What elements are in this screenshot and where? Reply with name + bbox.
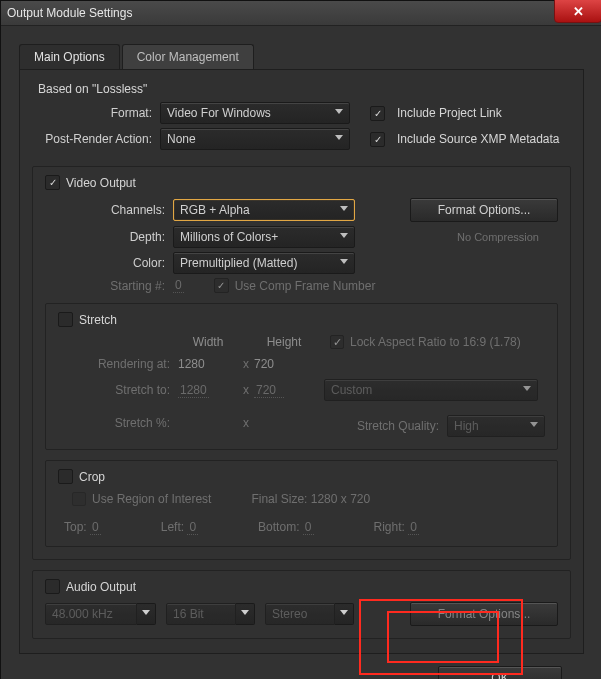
svg-marker-2 bbox=[340, 206, 348, 211]
use-comp-frame-checkbox: ✓ bbox=[214, 278, 229, 293]
channels-value: RGB + Alpha bbox=[180, 200, 250, 220]
starting-number-value[interactable]: 0 bbox=[173, 278, 184, 293]
use-comp-frame-label: Use Comp Frame Number bbox=[235, 279, 376, 293]
chevron-down-icon bbox=[340, 233, 348, 241]
audio-output-checkbox[interactable] bbox=[45, 579, 60, 594]
audio-format-options-button: Format Options... bbox=[410, 602, 558, 626]
stretch-width-header: Width bbox=[178, 335, 238, 349]
window-title: Output Module Settings bbox=[7, 6, 596, 20]
svg-marker-7 bbox=[142, 610, 150, 615]
crop-bottom-label: Bottom: bbox=[258, 520, 299, 534]
post-render-action-label: Post-Render Action: bbox=[32, 132, 160, 146]
stretch-legend: Stretch bbox=[79, 313, 117, 327]
stretch-to-height[interactable]: 720 bbox=[254, 383, 284, 398]
stretch-quality-label: Stretch Quality: bbox=[357, 419, 439, 433]
format-options-button[interactable]: Format Options... bbox=[410, 198, 558, 222]
color-value: Premultiplied (Matted) bbox=[180, 253, 297, 273]
starting-number-label: Starting #: bbox=[45, 279, 173, 293]
final-size-label: Final Size: 1280 x 720 bbox=[251, 492, 370, 506]
post-render-action-value: None bbox=[167, 129, 196, 149]
format-select[interactable]: Video For Windows bbox=[160, 102, 350, 124]
stretch-preset-value: Custom bbox=[331, 380, 372, 400]
stretch-quality-value: High bbox=[454, 416, 479, 436]
crop-top-label: Top: bbox=[64, 520, 87, 534]
channels-label: Channels: bbox=[45, 203, 173, 217]
chevron-down-icon bbox=[523, 386, 531, 394]
use-roi-label: Use Region of Interest bbox=[92, 492, 211, 506]
crop-section: Crop Use Region of Interest Final Size: … bbox=[45, 460, 558, 547]
crop-checkbox[interactable] bbox=[58, 469, 73, 484]
ok-button[interactable]: OK bbox=[438, 666, 562, 679]
output-module-settings-window: Output Module Settings ✕ Main Options Co… bbox=[0, 0, 601, 679]
close-button[interactable]: ✕ bbox=[554, 0, 601, 23]
include-project-link-checkbox[interactable]: ✓ bbox=[370, 106, 385, 121]
use-roi-checkbox bbox=[72, 492, 86, 506]
audio-rate-select: 48.000 kHz bbox=[45, 603, 156, 625]
post-render-action-select[interactable]: None bbox=[160, 128, 350, 150]
titlebar[interactable]: Output Module Settings ✕ bbox=[1, 1, 601, 26]
based-on-label: Based on "Lossless" bbox=[38, 82, 571, 96]
crop-top-value[interactable]: 0 bbox=[90, 520, 101, 535]
compression-info: No Compression bbox=[438, 231, 558, 243]
stretch-checkbox[interactable] bbox=[58, 312, 73, 327]
tab-color-management[interactable]: Color Management bbox=[122, 44, 254, 69]
svg-marker-0 bbox=[335, 109, 343, 114]
svg-marker-6 bbox=[530, 422, 538, 427]
stretch-to-label: Stretch to: bbox=[58, 383, 178, 397]
stretch-pct-label: Stretch %: bbox=[58, 416, 178, 430]
crop-right-label: Right: bbox=[374, 520, 405, 534]
svg-marker-3 bbox=[340, 233, 348, 238]
include-xmp-checkbox[interactable]: ✓ bbox=[370, 132, 385, 147]
color-select[interactable]: Premultiplied (Matted) bbox=[173, 252, 355, 274]
channels-select[interactable]: RGB + Alpha bbox=[173, 199, 355, 221]
audio-bits-select: 16 Bit bbox=[166, 603, 255, 625]
video-output-checkbox[interactable]: ✓ bbox=[45, 175, 60, 190]
chevron-down-icon bbox=[335, 109, 343, 117]
tab-panel-main: Based on "Lossless" Format: Video For Wi… bbox=[19, 70, 584, 654]
svg-marker-8 bbox=[241, 610, 249, 615]
chevron-down-icon bbox=[335, 135, 343, 143]
depth-label: Depth: bbox=[45, 230, 173, 244]
rendering-at-label: Rendering at: bbox=[58, 357, 178, 371]
audio-output-legend: Audio Output bbox=[66, 580, 136, 594]
chevron-down-icon bbox=[340, 610, 348, 618]
video-output-legend: Video Output bbox=[66, 176, 136, 190]
stretch-quality-select: High bbox=[447, 415, 545, 437]
rendering-height: 720 bbox=[254, 357, 314, 371]
chevron-down-icon bbox=[340, 259, 348, 267]
stretch-section: Stretch Width Height ✓ Lock Aspect Ratio… bbox=[45, 303, 558, 450]
include-project-link-label: Include Project Link bbox=[397, 106, 502, 120]
depth-select[interactable]: Millions of Colors+ bbox=[173, 226, 355, 248]
lock-aspect-checkbox: ✓ bbox=[330, 335, 344, 349]
tab-bar: Main Options Color Management bbox=[19, 44, 584, 70]
stretch-preset-select: Custom bbox=[324, 379, 538, 401]
tab-main-options[interactable]: Main Options bbox=[19, 44, 120, 69]
chevron-down-icon bbox=[340, 206, 348, 214]
audio-output-section: Audio Output 48.000 kHz 16 Bit Stereo bbox=[32, 570, 571, 639]
svg-marker-4 bbox=[340, 259, 348, 264]
svg-marker-5 bbox=[523, 386, 531, 391]
audio-channels-select: Stereo bbox=[265, 603, 354, 625]
chevron-down-icon bbox=[241, 610, 249, 618]
stretch-to-width[interactable]: 1280 bbox=[178, 383, 209, 398]
lock-aspect-label: Lock Aspect Ratio to 16:9 (1.78) bbox=[350, 335, 521, 349]
stretch-height-header: Height bbox=[254, 335, 314, 349]
crop-left-label: Left: bbox=[161, 520, 184, 534]
close-icon: ✕ bbox=[573, 4, 584, 19]
crop-legend: Crop bbox=[79, 470, 105, 484]
format-label: Format: bbox=[32, 106, 160, 120]
svg-marker-1 bbox=[335, 135, 343, 140]
crop-right-value[interactable]: 0 bbox=[408, 520, 419, 535]
include-xmp-label: Include Source XMP Metadata bbox=[397, 132, 560, 146]
depth-value: Millions of Colors+ bbox=[180, 227, 278, 247]
crop-bottom-value[interactable]: 0 bbox=[303, 520, 314, 535]
color-label: Color: bbox=[45, 256, 173, 270]
format-value: Video For Windows bbox=[167, 103, 271, 123]
rendering-width: 1280 bbox=[178, 357, 238, 371]
video-output-section: ✓ Video Output Channels: RGB + Alpha For… bbox=[32, 166, 571, 560]
chevron-down-icon bbox=[142, 610, 150, 618]
crop-left-value[interactable]: 0 bbox=[187, 520, 198, 535]
svg-marker-9 bbox=[340, 610, 348, 615]
chevron-down-icon bbox=[530, 422, 538, 430]
